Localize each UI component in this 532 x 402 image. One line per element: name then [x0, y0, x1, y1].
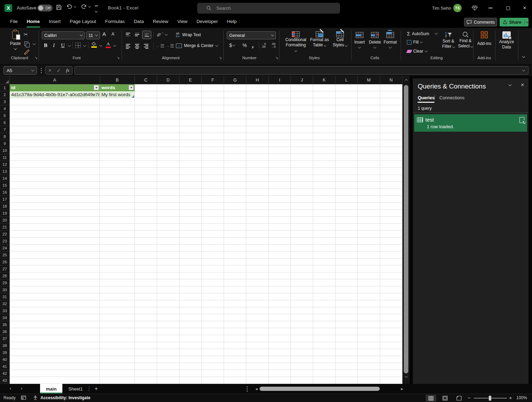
cell-G40[interactable] — [224, 356, 246, 363]
number-dialog-launcher[interactable] — [275, 56, 279, 60]
cell-H10[interactable] — [246, 147, 269, 154]
cell-N21[interactable] — [380, 224, 402, 231]
cell-F21[interactable] — [202, 224, 224, 231]
search-input[interactable]: Search — [197, 3, 340, 14]
cell-J16[interactable] — [291, 189, 313, 196]
cell-I12[interactable] — [269, 161, 291, 168]
cell-J9[interactable] — [291, 140, 313, 147]
redo-dropdown-chevron[interactable] — [88, 5, 91, 8]
cell-N18[interactable] — [380, 203, 402, 210]
cell-G10[interactable] — [224, 147, 246, 154]
cell-C9[interactable] — [135, 140, 157, 147]
underline-dropdown-chevron[interactable] — [68, 44, 71, 47]
cell-B34[interactable] — [100, 314, 135, 321]
cell-C28[interactable] — [135, 272, 157, 279]
cell-E10[interactable] — [179, 147, 202, 154]
cell-L10[interactable] — [336, 147, 358, 154]
cell-J40[interactable] — [291, 356, 313, 363]
row-header-8[interactable]: 8 — [0, 133, 10, 140]
cell-B37[interactable] — [100, 335, 135, 342]
cell-M25[interactable] — [358, 252, 380, 258]
cell-B33[interactable] — [100, 307, 135, 314]
cell-L27[interactable] — [336, 265, 358, 272]
row-header-43[interactable]: 43 — [0, 377, 10, 384]
cell-E40[interactable] — [179, 356, 202, 363]
cell-F29[interactable] — [202, 279, 224, 286]
cell-L40[interactable] — [336, 356, 358, 363]
cell-M20[interactable] — [358, 217, 380, 224]
cell-E37[interactable] — [179, 335, 202, 342]
cell-H34[interactable] — [246, 314, 269, 321]
cell-D17[interactable] — [157, 196, 179, 203]
cell-A31[interactable] — [10, 293, 100, 300]
cell-I20[interactable] — [269, 217, 291, 224]
cell-L30[interactable] — [336, 286, 358, 293]
cell-M13[interactable] — [358, 168, 380, 175]
cell-B1[interactable]: words — [100, 84, 135, 91]
cell-C18[interactable] — [135, 203, 157, 210]
cell-D43[interactable] — [157, 377, 179, 384]
cell-H39[interactable] — [246, 349, 269, 356]
cell-C38[interactable] — [135, 342, 157, 349]
row-header-42[interactable]: 42 — [0, 370, 10, 377]
cell-H40[interactable] — [246, 356, 269, 363]
cell-A40[interactable] — [10, 356, 100, 363]
cell-M5[interactable] — [358, 112, 380, 119]
ribbon-tab-formulas[interactable]: Formulas — [101, 16, 129, 28]
cell-A35[interactable] — [10, 321, 100, 328]
cell-F31[interactable] — [202, 293, 224, 300]
cell-B39[interactable] — [100, 349, 135, 356]
cell-E31[interactable] — [179, 293, 202, 300]
cell-A19[interactable] — [10, 210, 100, 217]
cell-A4[interactable] — [10, 105, 100, 112]
cell-H38[interactable] — [246, 342, 269, 349]
cell-D2[interactable] — [157, 91, 179, 98]
user-name[interactable]: Tim Sehn — [432, 6, 451, 11]
cell-E21[interactable] — [179, 224, 202, 231]
cell-L9[interactable] — [336, 140, 358, 147]
cell-N23[interactable] — [380, 238, 402, 245]
row-header-36[interactable]: 36 — [0, 328, 10, 335]
panel-close-icon[interactable]: × — [521, 82, 524, 88]
cell-J3[interactable] — [291, 98, 313, 105]
cell-D9[interactable] — [157, 140, 179, 147]
cell-L11[interactable] — [336, 154, 358, 161]
row-header-35[interactable]: 35 — [0, 321, 10, 328]
cell-J26[interactable] — [291, 258, 313, 265]
cell-H9[interactable] — [246, 140, 269, 147]
vertical-scroll-thumb[interactable] — [404, 85, 408, 373]
cell-E4[interactable] — [179, 105, 202, 112]
cell-M22[interactable] — [358, 231, 380, 238]
cell-G13[interactable] — [224, 168, 246, 175]
cell-H31[interactable] — [246, 293, 269, 300]
cell-L34[interactable] — [336, 314, 358, 321]
cell-B22[interactable] — [100, 231, 135, 238]
cell-C35[interactable] — [135, 321, 157, 328]
cell-I42[interactable] — [269, 370, 291, 377]
cell-D18[interactable] — [157, 203, 179, 210]
cell-L15[interactable] — [336, 182, 358, 189]
redo-button[interactable] — [81, 4, 91, 9]
cell-H20[interactable] — [246, 217, 269, 224]
cell-N31[interactable] — [380, 293, 402, 300]
cell-K14[interactable] — [313, 175, 336, 182]
sheet-tab-sheet1[interactable]: Sheet1 — [62, 384, 88, 394]
cell-L7[interactable] — [336, 126, 358, 133]
cell-A42[interactable] — [10, 370, 100, 377]
cell-A23[interactable] — [10, 238, 100, 245]
cell-D1[interactable] — [157, 84, 179, 91]
cell-E2[interactable] — [179, 91, 202, 98]
cell-M16[interactable] — [358, 189, 380, 196]
cell-H43[interactable] — [246, 377, 269, 384]
cell-A3[interactable] — [10, 98, 100, 105]
cell-N13[interactable] — [380, 168, 402, 175]
cell-I28[interactable] — [269, 272, 291, 279]
cell-M23[interactable] — [358, 238, 380, 245]
row-header-24[interactable]: 24 — [0, 245, 10, 252]
cell-J32[interactable] — [291, 300, 313, 307]
column-header-I[interactable]: I — [269, 76, 291, 84]
ribbon-tab-help[interactable]: Help — [223, 16, 241, 28]
cell-I37[interactable] — [269, 335, 291, 342]
cell-F15[interactable] — [202, 182, 224, 189]
clear-dropdown-chevron[interactable] — [424, 49, 427, 52]
